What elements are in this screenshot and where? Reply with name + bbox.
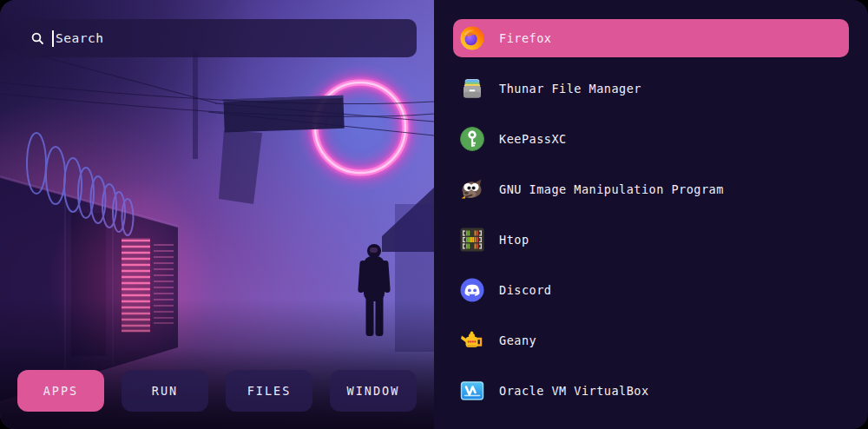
geany-icon	[458, 327, 486, 354]
app-row-discord[interactable]: Discord	[453, 271, 849, 309]
search-bar[interactable]	[17, 19, 417, 57]
search-icon	[30, 31, 44, 45]
app-label: Discord	[499, 283, 551, 297]
app-label: KeePassXC	[499, 132, 567, 146]
app-label: Oracle VM VirtualBox	[499, 384, 649, 398]
app-label: Htop	[499, 233, 529, 247]
text-caret	[52, 30, 54, 47]
app-label: Thunar File Manager	[499, 82, 641, 96]
app-label: Geany	[499, 333, 536, 347]
virtualbox-icon	[458, 377, 486, 405]
discord-icon	[458, 276, 486, 304]
launcher-window: APPSRUNFILESWINDOW FirefoxThunar File Ma…	[0, 0, 868, 429]
app-list-panel: FirefoxThunar File ManagerKeePassXCGNU I…	[434, 0, 868, 429]
app-row-gimp[interactable]: GNU Image Manipulation Program	[453, 170, 849, 208]
tab-window[interactable]: WINDOW	[330, 370, 417, 412]
mode-tabs: APPSRUNFILESWINDOW	[17, 370, 417, 412]
app-row-virtualbox[interactable]: Oracle VM VirtualBox	[453, 372, 849, 410]
thunar-icon	[458, 75, 486, 102]
wallpaper-scene: APPSRUNFILESWINDOW	[0, 0, 434, 429]
app-row-thunar[interactable]: Thunar File Manager	[453, 69, 849, 108]
htop-icon	[458, 226, 486, 254]
tab-apps[interactable]: APPS	[17, 370, 104, 412]
app-row-firefox[interactable]: Firefox	[453, 19, 849, 57]
search-input[interactable]	[56, 31, 404, 45]
tab-run[interactable]: RUN	[122, 370, 208, 412]
app-row-htop[interactable]: Htop	[453, 221, 849, 259]
keepassxc-icon	[458, 125, 486, 153]
firefox-icon	[458, 24, 486, 52]
app-row-keepassxc[interactable]: KeePassXC	[453, 120, 849, 158]
gimp-icon	[458, 175, 486, 203]
app-label: GNU Image Manipulation Program	[499, 182, 724, 196]
app-label: Firefox	[499, 31, 551, 45]
app-row-geany[interactable]: Geany	[453, 321, 849, 360]
tab-files[interactable]: FILES	[226, 370, 312, 412]
